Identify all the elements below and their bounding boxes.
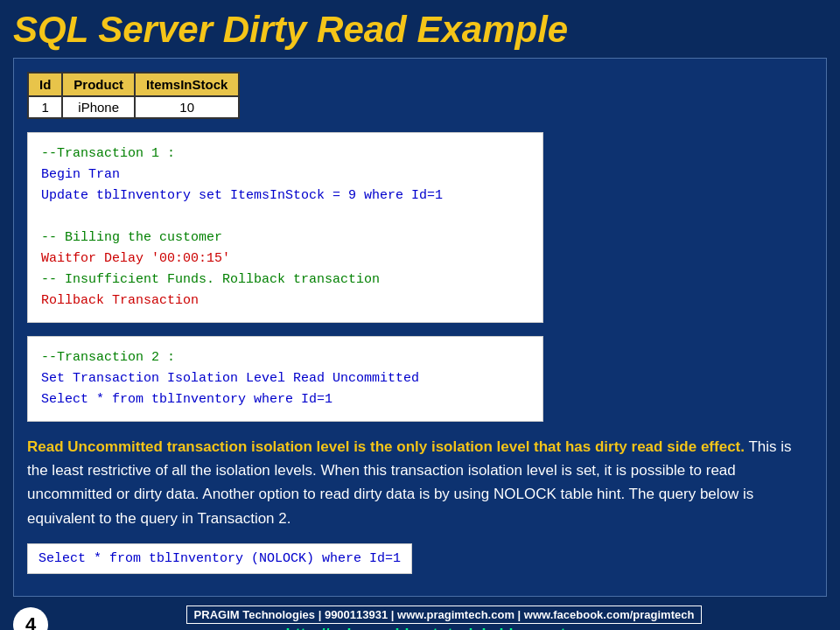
t2-line3: Select * from tblInventory where Id=1 [41,392,332,407]
t1-line1: --Transaction 1 : [41,146,175,161]
description-highlight: Read Uncommitted transaction isolation l… [27,438,745,455]
t1-line2: Begin Tran [41,167,120,182]
cell-stock: 10 [135,96,239,118]
transaction1-code: --Transaction 1 : Begin Tran Update tblI… [27,132,543,323]
col-product: Product [62,73,135,96]
t1-line6: -- Insufficient Funds. Rollback transact… [41,272,380,287]
page-title: SQL Server Dirty Read Example [13,9,827,51]
t1-line5: Waitfor Delay '00:00:15' [41,251,230,266]
company-info: PRAGIM Technologies | 9900113931 | www.p… [61,606,827,630]
description-text: Read Uncommitted transaction isolation l… [27,435,813,530]
company-text: PRAGIM Technologies | 9900113931 | www.p… [186,606,703,624]
main-content: Id Product ItemsInStock 1 iPhone 10 --Tr… [13,58,827,597]
t2-line1: --Transaction 2 : [41,350,175,365]
slide-number: 4 [13,607,48,630]
col-id: Id [28,73,62,96]
col-items: ItemsInStock [135,73,239,96]
t1-line3: Update tblInventory set ItemsInStock = 9… [41,188,443,203]
header: SQL Server Dirty Read Example [0,0,840,58]
t2-line2: Set Transaction Isolation Level Read Unc… [41,371,419,386]
nolock-query: Select * from tblInventory (NOLOCK) wher… [27,543,412,574]
bottom-bar: 4 PRAGIM Technologies | 9900113931 | www… [0,601,840,630]
transaction2-code: --Transaction 2 : Set Transaction Isolat… [27,336,543,422]
t1-line4: -- Billing the customer [41,230,222,245]
cell-id: 1 [28,96,62,118]
table-row: 1 iPhone 10 [28,96,239,118]
cell-product: iPhone [62,96,135,118]
inventory-table: Id Product ItemsInStock 1 iPhone 10 [27,72,240,119]
t1-line7: Rollback Transaction [41,293,199,308]
website-link[interactable]: http://csharp-video-tutorials.blogspot.c… [61,626,827,630]
